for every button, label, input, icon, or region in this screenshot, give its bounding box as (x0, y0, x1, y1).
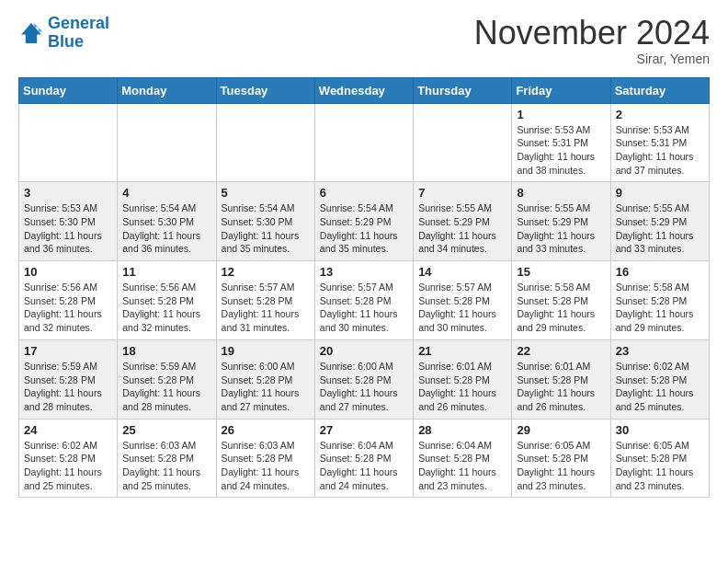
calendar-cell: 4Sunrise: 5:54 AM Sunset: 5:30 PM Daylig… (118, 182, 216, 261)
day-number: 16 (616, 265, 704, 279)
day-number: 25 (122, 423, 210, 437)
day-number: 23 (616, 344, 704, 358)
day-info: Sunrise: 5:57 AM Sunset: 5:28 PM Dayligh… (222, 281, 310, 335)
month-title: November 2024 (474, 15, 710, 52)
calendar-cell (216, 103, 314, 182)
day-number: 27 (320, 423, 408, 437)
day-number: 13 (320, 265, 408, 279)
day-number: 20 (320, 344, 408, 358)
day-number: 30 (616, 423, 704, 437)
day-info: Sunrise: 6:04 AM Sunset: 5:28 PM Dayligh… (320, 439, 408, 493)
calendar-cell: 2Sunrise: 5:53 AM Sunset: 5:31 PM Daylig… (610, 103, 709, 182)
day-number: 26 (222, 423, 310, 437)
day-number: 24 (24, 423, 112, 437)
calendar-cell: 26Sunrise: 6:03 AM Sunset: 5:28 PM Dayli… (216, 419, 314, 498)
calendar-week-row: 24Sunrise: 6:02 AM Sunset: 5:28 PM Dayli… (19, 419, 710, 498)
day-info: Sunrise: 5:54 AM Sunset: 5:29 PM Dayligh… (320, 201, 408, 256)
day-info: Sunrise: 6:05 AM Sunset: 5:28 PM Dayligh… (517, 439, 605, 493)
day-info: Sunrise: 6:00 AM Sunset: 5:28 PM Dayligh… (320, 360, 408, 414)
calendar-cell: 18Sunrise: 5:59 AM Sunset: 5:28 PM Dayli… (118, 339, 216, 419)
calendar-cell (414, 103, 512, 182)
weekday-header: Wednesday (314, 77, 413, 103)
day-info: Sunrise: 5:56 AM Sunset: 5:28 PM Dayligh… (24, 281, 112, 335)
day-number: 29 (517, 423, 605, 437)
day-number: 28 (418, 423, 506, 437)
title-block: November 2024 Sirar, Yemen (474, 15, 710, 66)
day-info: Sunrise: 6:02 AM Sunset: 5:28 PM Dayligh… (24, 439, 112, 493)
day-number: 2 (616, 108, 704, 121)
day-number: 12 (222, 265, 310, 279)
location: Sirar, Yemen (474, 52, 710, 66)
calendar-cell: 6Sunrise: 5:54 AM Sunset: 5:29 PM Daylig… (314, 182, 413, 261)
weekday-header: Friday (512, 77, 610, 103)
calendar-cell: 22Sunrise: 6:01 AM Sunset: 5:28 PM Dayli… (512, 339, 610, 419)
day-number: 11 (122, 265, 210, 279)
calendar-cell: 17Sunrise: 5:59 AM Sunset: 5:28 PM Dayli… (19, 339, 118, 419)
day-info: Sunrise: 5:55 AM Sunset: 5:29 PM Dayligh… (517, 201, 605, 256)
calendar-cell: 24Sunrise: 6:02 AM Sunset: 5:28 PM Dayli… (19, 419, 118, 498)
calendar-cell: 1Sunrise: 5:53 AM Sunset: 5:31 PM Daylig… (512, 103, 610, 182)
day-info: Sunrise: 6:02 AM Sunset: 5:28 PM Dayligh… (616, 360, 704, 414)
calendar-cell: 30Sunrise: 6:05 AM Sunset: 5:28 PM Dayli… (610, 419, 709, 498)
calendar-cell: 20Sunrise: 6:00 AM Sunset: 5:28 PM Dayli… (314, 339, 413, 419)
page: General Blue November 2024 Sirar, Yemen … (0, 0, 728, 516)
day-info: Sunrise: 5:58 AM Sunset: 5:28 PM Dayligh… (517, 281, 605, 335)
day-number: 3 (24, 186, 112, 200)
calendar-cell (19, 103, 118, 182)
logo-text: General Blue (48, 15, 109, 52)
day-number: 4 (122, 186, 210, 200)
day-info: Sunrise: 5:54 AM Sunset: 5:30 PM Dayligh… (122, 201, 210, 256)
day-info: Sunrise: 5:59 AM Sunset: 5:28 PM Dayligh… (122, 360, 210, 414)
day-info: Sunrise: 5:56 AM Sunset: 5:28 PM Dayligh… (122, 281, 210, 335)
day-number: 14 (418, 265, 506, 279)
calendar-cell: 8Sunrise: 5:55 AM Sunset: 5:29 PM Daylig… (512, 182, 610, 261)
day-number: 17 (24, 344, 112, 358)
day-number: 7 (418, 186, 506, 200)
calendar-cell: 15Sunrise: 5:58 AM Sunset: 5:28 PM Dayli… (512, 261, 610, 340)
calendar-cell: 23Sunrise: 6:02 AM Sunset: 5:28 PM Dayli… (610, 339, 709, 419)
calendar-week-row: 17Sunrise: 5:59 AM Sunset: 5:28 PM Dayli… (19, 339, 710, 419)
day-number: 19 (222, 344, 310, 358)
calendar-cell: 12Sunrise: 5:57 AM Sunset: 5:28 PM Dayli… (216, 261, 314, 340)
day-number: 9 (616, 186, 704, 200)
weekday-header: Sunday (19, 77, 118, 103)
logo-icon (18, 20, 44, 46)
calendar-cell: 29Sunrise: 6:05 AM Sunset: 5:28 PM Dayli… (512, 419, 610, 498)
calendar-cell (118, 103, 216, 182)
logo: General Blue (18, 15, 109, 52)
calendar-cell: 14Sunrise: 5:57 AM Sunset: 5:28 PM Dayli… (414, 261, 512, 340)
day-info: Sunrise: 5:55 AM Sunset: 5:29 PM Dayligh… (616, 201, 704, 256)
calendar: SundayMondayTuesdayWednesdayThursdayFrid… (18, 77, 710, 499)
day-info: Sunrise: 5:53 AM Sunset: 5:31 PM Dayligh… (517, 123, 605, 178)
day-info: Sunrise: 6:04 AM Sunset: 5:28 PM Dayligh… (418, 439, 506, 493)
weekday-header: Monday (118, 77, 216, 103)
day-info: Sunrise: 5:53 AM Sunset: 5:30 PM Dayligh… (24, 201, 112, 256)
calendar-cell (314, 103, 413, 182)
calendar-cell: 5Sunrise: 5:54 AM Sunset: 5:30 PM Daylig… (216, 182, 314, 261)
calendar-cell: 11Sunrise: 5:56 AM Sunset: 5:28 PM Dayli… (118, 261, 216, 340)
day-info: Sunrise: 5:54 AM Sunset: 5:30 PM Dayligh… (222, 201, 310, 256)
calendar-week-row: 1Sunrise: 5:53 AM Sunset: 5:31 PM Daylig… (19, 103, 710, 182)
day-info: Sunrise: 5:55 AM Sunset: 5:29 PM Dayligh… (418, 201, 506, 256)
weekday-header: Thursday (414, 77, 512, 103)
logo-line2: Blue (48, 32, 84, 51)
calendar-cell: 25Sunrise: 6:03 AM Sunset: 5:28 PM Dayli… (118, 419, 216, 498)
calendar-week-row: 10Sunrise: 5:56 AM Sunset: 5:28 PM Dayli… (19, 261, 710, 340)
calendar-cell: 7Sunrise: 5:55 AM Sunset: 5:29 PM Daylig… (414, 182, 512, 261)
calendar-week-row: 3Sunrise: 5:53 AM Sunset: 5:30 PM Daylig… (19, 182, 710, 261)
header: General Blue November 2024 Sirar, Yemen (18, 15, 710, 66)
calendar-cell: 10Sunrise: 5:56 AM Sunset: 5:28 PM Dayli… (19, 261, 118, 340)
day-info: Sunrise: 6:03 AM Sunset: 5:28 PM Dayligh… (122, 439, 210, 493)
calendar-cell: 21Sunrise: 6:01 AM Sunset: 5:28 PM Dayli… (414, 339, 512, 419)
day-number: 5 (222, 186, 310, 200)
day-number: 22 (517, 344, 605, 358)
calendar-cell: 13Sunrise: 5:57 AM Sunset: 5:28 PM Dayli… (314, 261, 413, 340)
day-info: Sunrise: 6:01 AM Sunset: 5:28 PM Dayligh… (517, 360, 605, 414)
day-number: 18 (122, 344, 210, 358)
weekday-header: Saturday (610, 77, 709, 103)
day-number: 8 (517, 186, 605, 200)
day-number: 10 (24, 265, 112, 279)
day-number: 15 (517, 265, 605, 279)
day-info: Sunrise: 6:05 AM Sunset: 5:28 PM Dayligh… (616, 439, 704, 493)
calendar-cell: 16Sunrise: 5:58 AM Sunset: 5:28 PM Dayli… (610, 261, 709, 340)
